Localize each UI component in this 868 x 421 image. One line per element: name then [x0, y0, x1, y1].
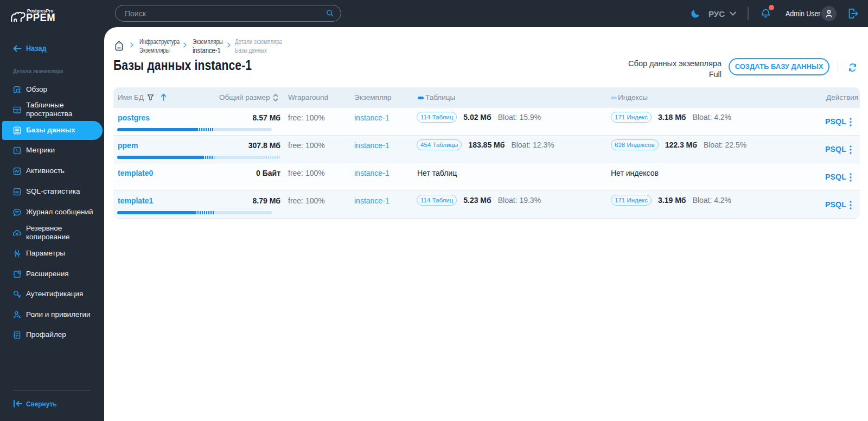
svg-text:SQL: SQL: [15, 190, 20, 193]
